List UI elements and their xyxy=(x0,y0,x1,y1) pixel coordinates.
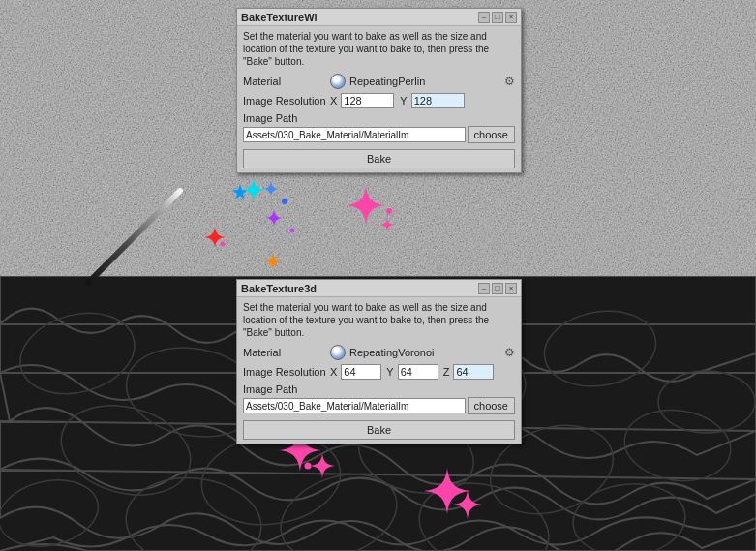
resolution-row-2: Image Resolution X Y Z xyxy=(243,364,515,380)
dialog-title-1: BakeTextureWi xyxy=(241,12,318,23)
material-icon-2 xyxy=(330,345,346,360)
z-axis-label-2: Z xyxy=(443,366,450,378)
resolution-label-2: Image Resolution xyxy=(243,366,330,378)
path-label-1: Image Path xyxy=(243,112,515,124)
dialog-body-1: Set the material you want to bake as wel… xyxy=(237,26,521,172)
res-field-xyz-2: X Y Z xyxy=(330,364,494,380)
dialog-description-1: Set the material you want to bake as wel… xyxy=(243,30,515,68)
dialog-description-2: Set the material you want to bake as wel… xyxy=(243,301,515,339)
path-label-2: Image Path xyxy=(243,383,515,395)
x-resolution-input-1[interactable] xyxy=(341,93,394,108)
dialog-bake-texture-3d: BakeTexture3d – □ × Set the material you… xyxy=(236,279,522,444)
path-row-2: Image Path choose xyxy=(243,383,515,414)
material-label-1: Material xyxy=(243,76,330,87)
dialog-controls-2: – □ × xyxy=(478,283,517,294)
bake-button-1[interactable]: Bake xyxy=(243,149,515,168)
x-axis-label-1: X xyxy=(330,95,337,107)
dialog-titlebar-1: BakeTextureWi – □ × xyxy=(237,9,521,26)
settings-icon-2[interactable]: ⚙ xyxy=(504,346,515,359)
path-input-row-1: choose xyxy=(243,126,515,143)
dialog-minimize-btn-1[interactable]: – xyxy=(478,12,490,23)
y-resolution-input-1[interactable] xyxy=(411,93,465,108)
dialog-maximize-btn-2[interactable]: □ xyxy=(492,283,503,294)
material-icon-1 xyxy=(330,74,346,89)
material-field-1: RepeatingPerlin ⚙ xyxy=(330,74,515,89)
material-name-2: RepeatingVoronoi xyxy=(349,347,500,358)
path-input-row-2: choose xyxy=(243,397,515,414)
choose-button-1[interactable]: choose xyxy=(468,126,515,143)
dialog-title-2: BakeTexture3d xyxy=(241,283,317,294)
material-label-2: Material xyxy=(243,347,330,358)
dialog-body-2: Set the material you want to bake as wel… xyxy=(237,297,521,444)
material-field-2: RepeatingVoronoi ⚙ xyxy=(330,345,515,360)
y-resolution-input-2[interactable] xyxy=(398,364,438,380)
dialog-maximize-btn-1[interactable]: □ xyxy=(492,12,503,23)
dialog-close-btn-2[interactable]: × xyxy=(505,283,517,294)
settings-icon-1[interactable]: ⚙ xyxy=(504,75,515,88)
resolution-row-1: Image Resolution X Y xyxy=(243,93,515,108)
material-name-1: RepeatingPerlin xyxy=(349,76,500,87)
material-row-1: Material RepeatingPerlin ⚙ xyxy=(243,74,515,89)
dialog-titlebar-2: BakeTexture3d – □ × xyxy=(237,280,521,297)
dialog-bake-texture-2d: BakeTextureWi – □ × Set the material you… xyxy=(236,8,522,173)
path-row-1: Image Path choose xyxy=(243,112,515,143)
dialog-controls-1: – □ × xyxy=(478,12,517,23)
dialog-close-btn-1[interactable]: × xyxy=(505,12,517,23)
res-field-xy-1: X Y xyxy=(330,93,465,108)
x-resolution-input-2[interactable] xyxy=(341,364,381,380)
choose-button-2[interactable]: choose xyxy=(468,397,515,414)
bake-button-2[interactable]: Bake xyxy=(243,420,515,440)
dialog-minimize-btn-2[interactable]: – xyxy=(478,283,490,294)
y-axis-label-1: Y xyxy=(400,95,407,107)
x-axis-label-2: X xyxy=(330,366,337,378)
path-input-2[interactable] xyxy=(243,398,466,413)
material-row-2: Material RepeatingVoronoi ⚙ xyxy=(243,345,515,360)
z-resolution-input-2[interactable] xyxy=(453,364,494,380)
path-input-1[interactable] xyxy=(243,127,466,142)
y-axis-label-2: Y xyxy=(386,366,393,378)
resolution-label-1: Image Resolution xyxy=(243,95,330,107)
